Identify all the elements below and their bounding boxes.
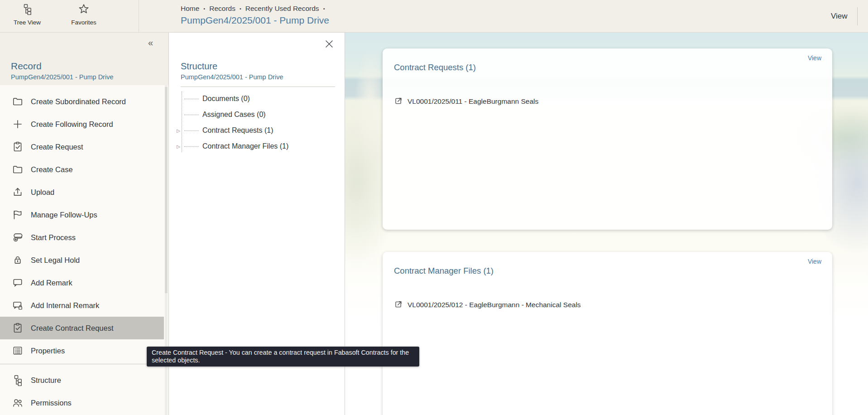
star-icon bbox=[78, 3, 90, 17]
sidebar-divider bbox=[0, 364, 164, 364]
comment-icon bbox=[12, 277, 24, 289]
sidebar-item-create-subordinated-record[interactable]: Create Subordinated Record bbox=[0, 90, 164, 113]
breadcrumb-recently-used-records[interactable]: Recently Used Records bbox=[245, 5, 319, 13]
comment-lock-icon bbox=[12, 299, 24, 311]
contract-manager-files-card: View Contract Manager Files (1) VL0001/2… bbox=[383, 252, 832, 415]
breadcrumb-records[interactable]: Records bbox=[209, 5, 235, 13]
process-icon bbox=[12, 232, 24, 243]
structure-panel-divider bbox=[181, 87, 335, 87]
sidebar-item-upload[interactable]: Upload bbox=[0, 181, 164, 203]
tree-view-button[interactable]: Tree View bbox=[8, 3, 46, 29]
plus-icon bbox=[12, 118, 24, 130]
sidebar-scrollbar-thumb[interactable] bbox=[165, 87, 168, 293]
folder-icon bbox=[12, 164, 24, 175]
clipboard-check-icon bbox=[12, 141, 24, 153]
topbar-divider bbox=[139, 0, 139, 32]
breadcrumb-home[interactable]: Home bbox=[181, 5, 199, 13]
sidebar-item-create-following-record[interactable]: Create Following Record bbox=[0, 113, 164, 135]
sidebar-item-set-legal-hold[interactable]: Set Legal Hold bbox=[0, 249, 164, 271]
external-link-icon bbox=[394, 97, 403, 107]
tree-item-documents[interactable]: Documents (0) bbox=[184, 92, 250, 106]
people-icon bbox=[12, 397, 24, 409]
structure-panel-heading: Structure bbox=[181, 61, 217, 72]
page-title: PumpGen4/2025/001 - Pump Drive bbox=[181, 15, 329, 26]
breadcrumb-separator: • bbox=[240, 6, 241, 11]
view-menu-button[interactable]: View bbox=[831, 12, 848, 21]
favorites-label: Favorites bbox=[71, 19, 96, 26]
view-menu-divider bbox=[857, 7, 858, 25]
favorites-button[interactable]: Favorites bbox=[65, 3, 103, 29]
sidebar-item-manage-follow-ups[interactable]: Manage Follow-Ups bbox=[0, 203, 164, 226]
tree-item-contract-manager-files[interactable]: Contract Manager Files (1) bbox=[184, 140, 288, 153]
structure-panel-subtitle: PumpGen4/2025/001 - Pump Drive bbox=[181, 73, 283, 81]
sidebar-item-permissions[interactable]: Permissions bbox=[0, 391, 164, 414]
tree-view-label: Tree View bbox=[14, 19, 41, 26]
card-view-link[interactable]: View bbox=[808, 54, 821, 62]
list-item[interactable]: VL0001/2025/012 - EagleBurgmann - Mechan… bbox=[394, 297, 581, 313]
upload-icon bbox=[12, 186, 24, 198]
tree-guide-dots bbox=[184, 99, 199, 99]
sidebar-item-create-request[interactable]: Create Request bbox=[0, 135, 164, 158]
sidebar-subtitle: PumpGen4/2025/001 - Pump Drive bbox=[11, 73, 114, 81]
top-bar bbox=[0, 0, 868, 33]
tree-view-icon bbox=[21, 3, 33, 17]
sidebar-item-create-case[interactable]: Create Case bbox=[0, 158, 164, 181]
breadcrumb-separator: • bbox=[203, 6, 205, 11]
expand-arrow-icon[interactable]: ▷ bbox=[176, 143, 181, 150]
tree-guide-line bbox=[182, 92, 182, 152]
collapse-sidebar-icon[interactable]: « bbox=[148, 38, 153, 48]
tooltip: Create Contract Request - You can create… bbox=[147, 347, 419, 367]
sitemap-icon bbox=[12, 374, 24, 386]
breadcrumb-separator: • bbox=[323, 6, 325, 11]
clipboard-check-icon bbox=[12, 322, 24, 334]
list-item[interactable]: VL0001/2025/011 - EagleBurgmann Seals bbox=[394, 94, 538, 109]
tree-guide-dots bbox=[184, 115, 199, 115]
sidebar-item-create-contract-request[interactable]: Create Contract Request bbox=[0, 317, 164, 339]
properties-icon bbox=[12, 345, 24, 357]
tree-guide-dots bbox=[184, 146, 199, 147]
tree-item-assigned-cases[interactable]: Assigned Cases (0) bbox=[184, 108, 266, 121]
sidebar-heading: Record bbox=[11, 61, 42, 72]
app-window: Tree View Favorites Home • Records • Rec… bbox=[0, 0, 868, 415]
close-icon[interactable] bbox=[324, 39, 334, 49]
breadcrumb: Home • Records • Recently Used Records • bbox=[181, 5, 325, 13]
tree-item-contract-requests[interactable]: Contract Requests (1) bbox=[184, 124, 273, 137]
folder-icon bbox=[12, 96, 24, 107]
contract-requests-card: View Contract Requests (1) VL0001/2025/0… bbox=[383, 48, 832, 230]
card-view-link[interactable]: View bbox=[808, 258, 821, 265]
card-title: Contract Manager Files (1) bbox=[394, 266, 494, 276]
sidebar-item-properties[interactable]: Properties bbox=[0, 339, 164, 362]
sidebar-item-add-internal-remark[interactable]: Add Internal Remark bbox=[0, 294, 164, 317]
flag-icon bbox=[12, 209, 24, 221]
expand-arrow-icon[interactable]: ▷ bbox=[176, 127, 181, 134]
sidebar-item-start-process[interactable]: Start Process bbox=[0, 226, 164, 249]
card-title: Contract Requests (1) bbox=[394, 63, 476, 72]
lock-icon bbox=[12, 254, 24, 266]
sidebar-item-structure[interactable]: Structure bbox=[0, 369, 164, 391]
tree-guide-dots bbox=[184, 130, 199, 131]
external-link-icon bbox=[394, 300, 403, 310]
sidebar-item-add-remark[interactable]: Add Remark bbox=[0, 271, 164, 294]
